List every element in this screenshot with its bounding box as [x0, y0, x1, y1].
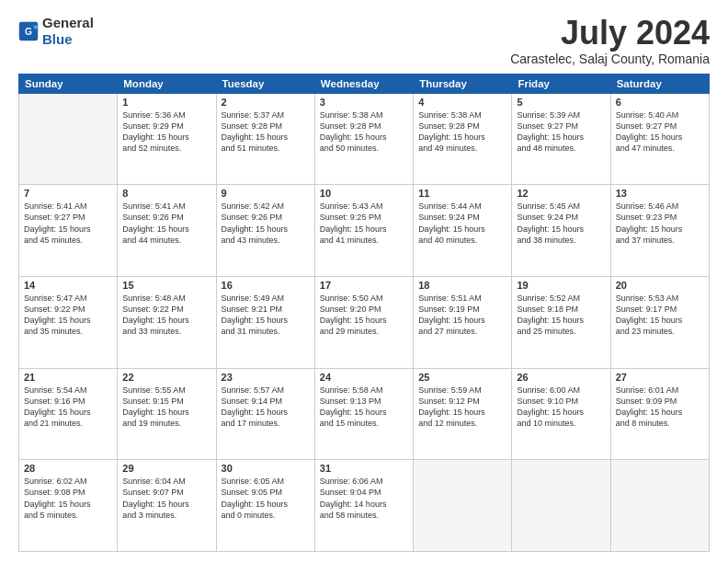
day-number: 8: [122, 188, 210, 199]
day-number: 11: [418, 188, 506, 199]
day-number: 13: [616, 188, 704, 199]
calendar-cell: 17Sunrise: 5:50 AMSunset: 9:20 PMDayligh…: [314, 276, 413, 368]
day-number: 29: [122, 463, 210, 474]
page-header: G General Blue July 2024 Carastelec, Sal…: [18, 15, 710, 66]
cell-info: Sunrise: 6:01 AMSunset: 9:09 PMDaylight:…: [616, 385, 704, 430]
day-number: 22: [122, 372, 210, 383]
header-thursday: Thursday: [414, 74, 512, 93]
calendar-cell: 16Sunrise: 5:49 AMSunset: 9:21 PMDayligh…: [216, 276, 314, 368]
svg-text:G: G: [25, 27, 32, 37]
calendar-cell: 13Sunrise: 5:46 AMSunset: 9:23 PMDayligh…: [610, 185, 709, 277]
logo-general: General: [42, 15, 94, 30]
calendar-cell: 1Sunrise: 5:36 AMSunset: 9:29 PMDaylight…: [118, 93, 216, 185]
calendar-cell: 20Sunrise: 5:53 AMSunset: 9:17 PMDayligh…: [610, 276, 709, 368]
calendar-cell: [414, 460, 512, 552]
cell-info: Sunrise: 5:37 AMSunset: 9:28 PMDaylight:…: [222, 109, 310, 155]
cell-info: Sunrise: 6:04 AMSunset: 9:07 PMDaylight:…: [122, 476, 210, 521]
calendar-cell: 3Sunrise: 5:38 AMSunset: 9:28 PMDaylight…: [314, 93, 413, 185]
cell-info: Sunrise: 5:54 AMSunset: 9:16 PMDaylight:…: [24, 385, 112, 430]
day-number: 15: [122, 280, 210, 291]
day-number: 3: [320, 97, 408, 108]
cell-info: Sunrise: 5:48 AMSunset: 9:22 PMDaylight:…: [122, 293, 210, 338]
cell-info: Sunrise: 6:05 AMSunset: 9:05 PMDaylight:…: [222, 476, 310, 521]
calendar-cell: 25Sunrise: 5:59 AMSunset: 9:12 PMDayligh…: [414, 368, 512, 460]
cell-info: Sunrise: 5:52 AMSunset: 9:18 PMDaylight:…: [517, 293, 605, 338]
calendar-cell: 7Sunrise: 5:41 AMSunset: 9:27 PMDaylight…: [19, 185, 118, 277]
calendar-cell: 21Sunrise: 5:54 AMSunset: 9:16 PMDayligh…: [19, 368, 118, 460]
calendar-cell: [19, 93, 118, 185]
calendar-cell: 26Sunrise: 6:00 AMSunset: 9:10 PMDayligh…: [512, 368, 610, 460]
day-number: 31: [320, 463, 408, 474]
cell-info: Sunrise: 5:51 AMSunset: 9:19 PMDaylight:…: [418, 293, 506, 338]
cell-info: Sunrise: 5:38 AMSunset: 9:28 PMDaylight:…: [320, 109, 408, 155]
header-saturday: Saturday: [610, 74, 709, 93]
cell-info: Sunrise: 5:59 AMSunset: 9:12 PMDaylight:…: [418, 385, 506, 430]
day-number: 1: [122, 97, 210, 108]
cell-info: Sunrise: 5:53 AMSunset: 9:17 PMDaylight:…: [616, 293, 704, 338]
calendar-cell: 4Sunrise: 5:38 AMSunset: 9:28 PMDaylight…: [414, 93, 512, 185]
calendar-cell: 28Sunrise: 6:02 AMSunset: 9:08 PMDayligh…: [19, 460, 118, 552]
cell-info: Sunrise: 6:06 AMSunset: 9:04 PMDaylight:…: [320, 476, 408, 521]
day-number: 2: [222, 97, 310, 108]
week-row-2: 7Sunrise: 5:41 AMSunset: 9:27 PMDaylight…: [19, 185, 710, 277]
day-number: 27: [616, 372, 704, 383]
cell-info: Sunrise: 5:41 AMSunset: 9:27 PMDaylight:…: [24, 201, 112, 246]
calendar-cell: [610, 460, 709, 552]
week-row-3: 14Sunrise: 5:47 AMSunset: 9:22 PMDayligh…: [19, 276, 710, 368]
cell-info: Sunrise: 5:45 AMSunset: 9:24 PMDaylight:…: [517, 201, 605, 246]
cell-info: Sunrise: 5:36 AMSunset: 9:29 PMDaylight:…: [122, 109, 210, 155]
calendar-cell: 18Sunrise: 5:51 AMSunset: 9:19 PMDayligh…: [414, 276, 512, 368]
calendar-cell: 24Sunrise: 5:58 AMSunset: 9:13 PMDayligh…: [314, 368, 413, 460]
cell-info: Sunrise: 6:00 AMSunset: 9:10 PMDaylight:…: [517, 385, 605, 430]
cell-info: Sunrise: 5:58 AMSunset: 9:13 PMDaylight:…: [320, 385, 408, 430]
calendar-cell: 6Sunrise: 5:40 AMSunset: 9:27 PMDaylight…: [610, 93, 709, 185]
day-number: 18: [418, 280, 506, 291]
calendar-cell: 30Sunrise: 6:05 AMSunset: 9:05 PMDayligh…: [216, 460, 314, 552]
calendar-cell: 2Sunrise: 5:37 AMSunset: 9:28 PMDaylight…: [216, 93, 314, 185]
day-number: 9: [222, 188, 310, 199]
cell-info: Sunrise: 5:39 AMSunset: 9:27 PMDaylight:…: [517, 109, 605, 155]
cell-info: Sunrise: 5:57 AMSunset: 9:14 PMDaylight:…: [222, 385, 310, 430]
cell-info: Sunrise: 5:50 AMSunset: 9:20 PMDaylight:…: [320, 293, 408, 338]
calendar-cell: 19Sunrise: 5:52 AMSunset: 9:18 PMDayligh…: [512, 276, 610, 368]
day-number: 24: [320, 372, 408, 383]
cell-info: Sunrise: 6:02 AMSunset: 9:08 PMDaylight:…: [24, 476, 112, 521]
calendar-cell: 23Sunrise: 5:57 AMSunset: 9:14 PMDayligh…: [216, 368, 314, 460]
calendar-cell: 8Sunrise: 5:41 AMSunset: 9:26 PMDaylight…: [118, 185, 216, 277]
cell-info: Sunrise: 5:47 AMSunset: 9:22 PMDaylight:…: [24, 293, 112, 338]
logo-blue: Blue: [42, 31, 73, 47]
location-title: Carastelec, Salaj County, Romania: [510, 52, 710, 66]
day-number: 16: [222, 280, 310, 291]
day-number: 26: [517, 372, 605, 383]
day-number: 20: [616, 280, 704, 291]
calendar-cell: 9Sunrise: 5:42 AMSunset: 9:26 PMDaylight…: [216, 185, 314, 277]
week-row-1: 1Sunrise: 5:36 AMSunset: 9:29 PMDaylight…: [19, 93, 710, 185]
cell-info: Sunrise: 5:46 AMSunset: 9:23 PMDaylight:…: [616, 201, 704, 246]
calendar-cell: 11Sunrise: 5:44 AMSunset: 9:24 PMDayligh…: [414, 185, 512, 277]
header-friday: Friday: [512, 74, 610, 93]
calendar-cell: 12Sunrise: 5:45 AMSunset: 9:24 PMDayligh…: [512, 185, 610, 277]
weekday-header-row: Sunday Monday Tuesday Wednesday Thursday…: [19, 74, 710, 93]
calendar-table: Sunday Monday Tuesday Wednesday Thursday…: [18, 74, 710, 552]
calendar-cell: 31Sunrise: 6:06 AMSunset: 9:04 PMDayligh…: [314, 460, 413, 552]
day-number: 12: [517, 188, 605, 199]
calendar-cell: 29Sunrise: 6:04 AMSunset: 9:07 PMDayligh…: [118, 460, 216, 552]
month-title: July 2024: [510, 15, 710, 52]
day-number: 23: [222, 372, 310, 383]
calendar-cell: 22Sunrise: 5:55 AMSunset: 9:15 PMDayligh…: [118, 368, 216, 460]
cell-info: Sunrise: 5:41 AMSunset: 9:26 PMDaylight:…: [122, 201, 210, 246]
calendar-cell: 27Sunrise: 6:01 AMSunset: 9:09 PMDayligh…: [610, 368, 709, 460]
day-number: 14: [24, 280, 112, 291]
day-number: 5: [517, 97, 605, 108]
calendar-cell: 14Sunrise: 5:47 AMSunset: 9:22 PMDayligh…: [19, 276, 118, 368]
calendar-cell: 15Sunrise: 5:48 AMSunset: 9:22 PMDayligh…: [118, 276, 216, 368]
cell-info: Sunrise: 5:43 AMSunset: 9:25 PMDaylight:…: [320, 201, 408, 246]
calendar-cell: 10Sunrise: 5:43 AMSunset: 9:25 PMDayligh…: [314, 185, 413, 277]
header-tuesday: Tuesday: [216, 74, 314, 93]
day-number: 10: [320, 188, 408, 199]
cell-info: Sunrise: 5:49 AMSunset: 9:21 PMDaylight:…: [222, 293, 310, 338]
day-number: 25: [418, 372, 506, 383]
cell-info: Sunrise: 5:40 AMSunset: 9:27 PMDaylight:…: [616, 109, 704, 155]
day-number: 6: [616, 97, 704, 108]
week-row-4: 21Sunrise: 5:54 AMSunset: 9:16 PMDayligh…: [19, 368, 710, 460]
